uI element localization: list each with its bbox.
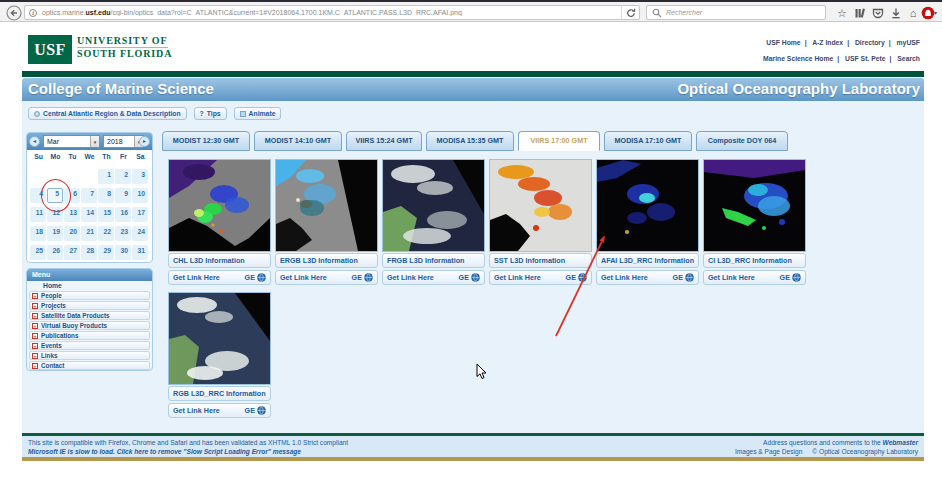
- link-usf-home[interactable]: USF Home: [766, 39, 810, 46]
- pocket-icon[interactable]: [870, 5, 886, 21]
- calendar-day[interactable]: 26: [47, 245, 63, 260]
- calendar-day[interactable]: 29: [98, 245, 114, 260]
- search-bar[interactable]: Rechercher: [646, 5, 826, 20]
- afai-ge-link[interactable]: GE: [673, 271, 694, 284]
- tab-modisa-1535[interactable]: MODISA 15:35 GMT: [426, 131, 514, 151]
- link-marine-science-home[interactable]: Marine Science Home: [763, 55, 843, 62]
- calendar-day[interactable]: 3: [132, 169, 148, 184]
- sst-get-link[interactable]: Get Link Here: [494, 271, 541, 284]
- calendar-day[interactable]: 21: [81, 226, 97, 241]
- calendar-day[interactable]: 25: [30, 245, 46, 260]
- library-icon[interactable]: [852, 5, 868, 21]
- tab-modisa-1710[interactable]: MODISA 17:10 GMT: [604, 131, 692, 151]
- calendar-day[interactable]: 31: [132, 245, 148, 260]
- prev-month-icon[interactable]: ◄: [29, 136, 40, 147]
- ergb-info-link[interactable]: ERGB L3D Information: [275, 253, 378, 268]
- sst-info-link[interactable]: SST L3D Information: [489, 253, 592, 268]
- chl-ge-link[interactable]: GE: [245, 271, 266, 284]
- month-select[interactable]: Mar ▾: [43, 135, 100, 148]
- calendar-day[interactable]: 13: [64, 207, 80, 222]
- usf-logo[interactable]: USF: [28, 35, 72, 64]
- tab-modist-1230[interactable]: MODIST 12:30 GMT: [162, 131, 250, 151]
- sst-thumbnail[interactable]: [489, 159, 592, 252]
- back-button[interactable]: [5, 4, 22, 21]
- calendar-day[interactable]: 1: [98, 169, 114, 184]
- calendar-day[interactable]: 22: [98, 226, 114, 241]
- link-directory[interactable]: Directory: [855, 39, 895, 46]
- rgb-ge-link[interactable]: GE: [245, 404, 266, 417]
- link-az-index[interactable]: A-Z Index: [812, 39, 853, 46]
- ergb-ge-link[interactable]: GE: [352, 271, 373, 284]
- webmaster-link[interactable]: Webmaster: [883, 439, 918, 446]
- frgb-ge-link[interactable]: GE: [459, 271, 480, 284]
- sidebar-item-contact[interactable]: +Contact: [29, 361, 150, 370]
- sidebar-item-projects[interactable]: +Projects: [29, 301, 150, 310]
- rgb-get-link[interactable]: Get Link Here: [173, 404, 220, 417]
- ergb-get-link[interactable]: Get Link Here: [280, 271, 327, 284]
- home-icon[interactable]: ⌂: [905, 5, 921, 21]
- frgb-info-link[interactable]: FRGB L3D Information: [382, 253, 485, 268]
- rgb-thumbnail[interactable]: [168, 292, 271, 385]
- ci-ge-link[interactable]: GE: [780, 271, 801, 284]
- footer-ie-notice-link[interactable]: Microsoft IE is slow to load. Click here…: [28, 447, 348, 456]
- reload-icon[interactable]: [621, 5, 639, 20]
- download-icon[interactable]: [888, 5, 904, 21]
- sidebar-item-home[interactable]: Home: [27, 281, 152, 291]
- calendar-day[interactable]: 30: [115, 245, 131, 260]
- adblock-menu-caret-icon[interactable]: ▾: [934, 9, 937, 16]
- calendar-day[interactable]: 27: [64, 245, 80, 260]
- calendar-day[interactable]: 28: [81, 245, 97, 260]
- animate-button[interactable]: Animate: [234, 107, 282, 120]
- calendar-day[interactable]: 7: [81, 188, 97, 203]
- calendar-day[interactable]: 19: [47, 226, 63, 241]
- afai-info-link[interactable]: AFAI L3D_RRC Information: [596, 253, 699, 268]
- ci-thumbnail[interactable]: [703, 159, 806, 252]
- tips-button[interactable]: ? Tips: [194, 107, 227, 120]
- bookmark-star-icon[interactable]: ☆: [834, 5, 850, 21]
- region-description-button[interactable]: Central Atlantic Region & Data Descripti…: [28, 107, 187, 120]
- tab-modist-1410[interactable]: MODIST 14:10 GMT: [254, 131, 342, 151]
- ci-get-link[interactable]: Get Link Here: [708, 271, 755, 284]
- chl-thumbnail[interactable]: [168, 159, 271, 252]
- rgb-info-link[interactable]: RGB L3D_RRC Information: [168, 386, 271, 401]
- sidebar-item-events[interactable]: +Events: [29, 341, 150, 350]
- sidebar-item-publications[interactable]: +Publications: [29, 331, 150, 340]
- chl-get-link[interactable]: Get Link Here: [173, 271, 220, 284]
- calendar-day[interactable]: 10: [132, 188, 148, 203]
- tab-viirs-1700-active[interactable]: VIIRS 17:00 GMT: [518, 131, 600, 151]
- link-usf-st-pete[interactable]: USF St. Pete: [845, 55, 895, 62]
- sidebar-item-links[interactable]: +Links: [29, 351, 150, 360]
- calendar-day[interactable]: 24: [132, 226, 148, 241]
- calendar-day[interactable]: 23: [115, 226, 131, 241]
- link-myusf[interactable]: myUSF: [897, 39, 920, 46]
- calendar-day[interactable]: 20: [64, 226, 80, 241]
- month-dropdown-arrow-icon[interactable]: ▾: [90, 136, 99, 147]
- tab-viirs-1524[interactable]: VIIRS 15:24 GMT: [346, 131, 422, 151]
- frgb-thumbnail[interactable]: [382, 159, 485, 252]
- sidebar-item-people[interactable]: +People: [29, 291, 150, 300]
- ergb-thumbnail[interactable]: [275, 159, 378, 252]
- calendar-day[interactable]: 9: [115, 188, 131, 203]
- url-bar[interactable]: i optics.marine.usf.edu/cgi-bin/optics_d…: [24, 5, 640, 20]
- calendar-day[interactable]: 18: [30, 226, 46, 241]
- link-search[interactable]: Search: [897, 55, 920, 62]
- calendar-day[interactable]: 16: [115, 207, 131, 222]
- next-month-icon[interactable]: ►: [139, 136, 150, 147]
- sidebar-item-satellite-data-products[interactable]: +Satellite Data Products: [29, 311, 150, 320]
- calendar-day[interactable]: 15: [98, 207, 114, 222]
- calendar-day[interactable]: 8: [98, 188, 114, 203]
- year-select[interactable]: 2018 ▾: [103, 135, 144, 148]
- sst-ge-link[interactable]: GE: [566, 271, 587, 284]
- chl-info-link[interactable]: CHL L3D Information: [168, 253, 271, 268]
- sidebar-item-virtual-buoy-products[interactable]: +Virtual Buoy Products: [29, 321, 150, 330]
- info-icon[interactable]: i: [29, 9, 37, 17]
- tab-composite-doy064[interactable]: Composite DOY 064: [696, 131, 788, 151]
- calendar-day[interactable]: 11: [30, 207, 46, 222]
- calendar-day[interactable]: 2: [115, 169, 131, 184]
- ci-info-link[interactable]: CI L3D_RRC Information: [703, 253, 806, 268]
- afai-thumbnail[interactable]: [596, 159, 699, 252]
- afai-get-link[interactable]: Get Link Here: [601, 271, 648, 284]
- calendar-day[interactable]: 17: [132, 207, 148, 222]
- calendar-day[interactable]: 14: [81, 207, 97, 222]
- frgb-get-link[interactable]: Get Link Here: [387, 271, 434, 284]
